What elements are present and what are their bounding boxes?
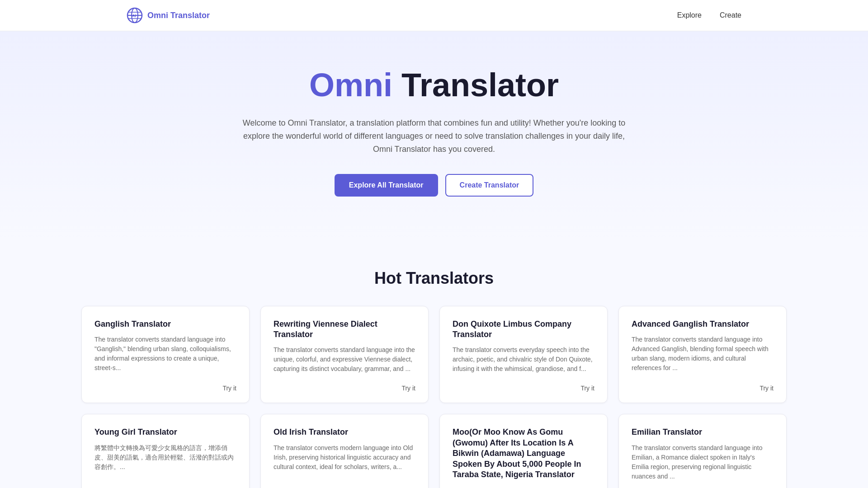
card-moo-title: Moo(Or Moo Know As Gomu (Gwomu) After It… [453, 427, 594, 480]
hot-section: Hot Translators Ganglish Translator The … [0, 242, 868, 488]
card-emilian-title: Emilian Translator [632, 427, 774, 437]
card-emilian-desc: The translator converts standard languag… [632, 443, 774, 481]
hero-buttons: Explore All Translator Create Translator [0, 174, 868, 197]
globe-icon: AI [127, 7, 143, 23]
card-advanced-ganglish-desc: The translator converts standard languag… [632, 335, 774, 373]
cards-row-1: Ganglish Translator The translator conve… [81, 306, 787, 404]
card-ganglish-title: Ganglish Translator [94, 319, 236, 329]
nav-explore-link[interactable]: Explore [677, 11, 702, 19]
create-translator-button[interactable]: Create Translator [445, 174, 534, 197]
card-ganglish-try[interactable]: Try it [222, 383, 236, 394]
card-viennese: Rewriting Viennese Dialect Translator Th… [260, 306, 429, 404]
card-donquixote: Don Quixote Limbus Company Translator Th… [439, 306, 608, 404]
card-ganglish: Ganglish Translator The translator conve… [81, 306, 250, 404]
card-emilian: Emilian Translator The translator conver… [618, 414, 787, 488]
card-ganglish-footer: Try it [94, 383, 236, 394]
card-advanced-ganglish-title: Advanced Ganglish Translator [632, 319, 774, 329]
card-viennese-footer: Try it [274, 383, 415, 394]
navbar: AI Omni Translator Explore Create [0, 0, 868, 31]
card-old-irish-title: Old Irish Translator [274, 427, 415, 437]
hero-title-translator: Translator [401, 67, 559, 103]
card-young-girl-desc: 將繁體中文轉換為可愛少女風格的語言，增添俏皮、甜美的語氣，適合用於輕鬆、活潑的對… [94, 443, 236, 472]
card-viennese-desc: The translator converts standard languag… [274, 345, 415, 374]
cards-row-2: Young Girl Translator 將繁體中文轉換為可愛少女風格的語言，… [81, 414, 787, 488]
card-old-irish: Old Irish Translator The translator conv… [260, 414, 429, 488]
card-viennese-title: Rewriting Viennese Dialect Translator [274, 319, 415, 340]
logo-text: Omni Translator [147, 11, 210, 20]
card-advanced-ganglish-footer: Try it [632, 383, 774, 394]
card-advanced-ganglish-try[interactable]: Try it [760, 383, 774, 394]
card-viennese-try[interactable]: Try it [401, 383, 415, 394]
hero-subtitle: Welcome to Omni Translator, a translatio… [237, 117, 631, 155]
hero-section: Omni Translator Welcome to Omni Translat… [0, 31, 868, 242]
card-moo: Moo(Or Moo Know As Gomu (Gwomu) After It… [439, 414, 608, 488]
card-old-irish-desc: The translator converts modern language … [274, 443, 415, 472]
nav-links: Explore Create [677, 11, 741, 19]
card-young-girl-title: Young Girl Translator [94, 427, 236, 437]
card-donquixote-try[interactable]: Try it [580, 383, 594, 394]
explore-all-button[interactable]: Explore All Translator [335, 174, 438, 197]
card-ganglish-desc: The translator converts standard languag… [94, 335, 236, 373]
card-donquixote-desc: The translator converts everyday speech … [453, 345, 594, 374]
hero-title: Omni Translator [0, 67, 868, 103]
card-donquixote-title: Don Quixote Limbus Company Translator [453, 319, 594, 340]
nav-create-link[interactable]: Create [720, 11, 741, 19]
svg-text:AI: AI [132, 14, 136, 18]
card-young-girl: Young Girl Translator 將繁體中文轉換為可愛少女風格的語言，… [81, 414, 250, 488]
hot-translators-title: Hot Translators [81, 269, 787, 288]
card-donquixote-footer: Try it [453, 383, 594, 394]
logo[interactable]: AI Omni Translator [127, 7, 210, 23]
card-advanced-ganglish: Advanced Ganglish Translator The transla… [618, 306, 787, 404]
hero-title-omni: Omni [309, 67, 392, 103]
